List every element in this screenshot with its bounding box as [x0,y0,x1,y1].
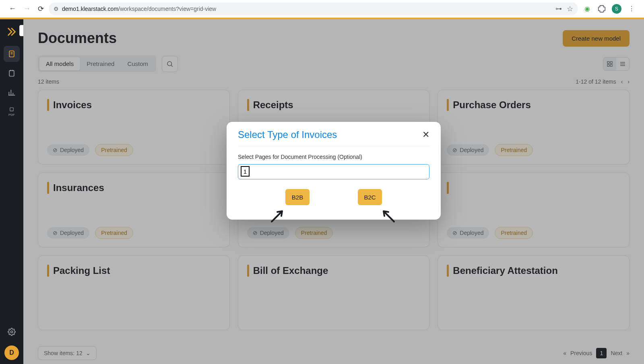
svg-point-5 [11,331,13,333]
browser-toolbar: ← → ⟳ ⚙ demo1.klearstack.com/workspace/d… [0,0,644,18]
svg-rect-4 [10,108,13,111]
profile-avatar[interactable]: S [612,4,621,14]
back-icon[interactable]: ← [9,4,16,13]
pages-input-value: 1 [241,166,250,177]
b2b-button[interactable]: B2B [285,189,310,205]
star-icon[interactable]: ☆ [567,4,573,13]
sidebar-item-notes[interactable] [4,65,20,81]
reload-icon[interactable]: ⟳ [38,4,44,13]
app-logo[interactable] [5,25,19,39]
modal-close-button[interactable]: ✕ [422,130,429,140]
invoice-type-modal: Select Type of Invoices ✕ Select Pages f… [227,122,441,220]
user-avatar[interactable]: D [4,345,19,360]
sidebar-item-pdf[interactable]: PDF [4,104,20,120]
key-icon[interactable]: ⊶ [555,5,562,12]
url-bar[interactable]: ⚙ demo1.klearstack.com/workspace/documen… [49,2,578,15]
annotation-arrow-left [270,207,286,223]
b2c-button[interactable]: B2C [358,189,382,205]
pages-input[interactable]: 1 [238,164,429,179]
sidebar-item-documents[interactable] [4,46,20,62]
site-settings-icon[interactable]: ⚙ [54,6,59,12]
main-content: Documents Create new model All models Pr… [23,19,644,364]
sidebar: › PDF D [0,19,23,364]
modal-title: Select Type of Invoices [238,129,337,140]
sidebar-item-settings[interactable] [4,324,20,340]
extensions-icon[interactable] [597,4,606,13]
svg-rect-3 [9,70,14,76]
kebab-menu-icon[interactable]: ⋮ [627,4,636,13]
close-icon: ✕ [422,130,429,140]
annotation-arrow-right [380,207,396,223]
url-text: demo1.klearstack.com/workspace/documents… [62,6,216,12]
sidebar-item-analytics[interactable] [4,84,20,101]
extension-icon-1[interactable]: ◉ [583,4,592,13]
modal-overlay[interactable]: Select Type of Invoices ✕ Select Pages f… [23,19,644,364]
forward-icon[interactable]: → [23,4,31,13]
modal-field-label: Select Pages for Document Processing (Op… [238,154,429,160]
